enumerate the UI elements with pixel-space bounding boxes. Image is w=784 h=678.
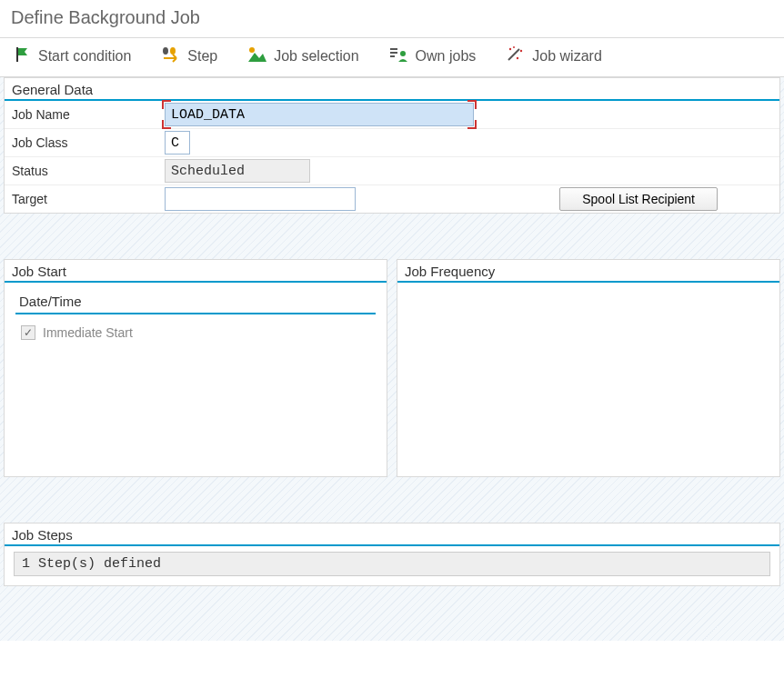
mountain-icon [246,45,266,67]
status-field [165,159,310,183]
flag-icon [13,45,31,67]
toolbar-label: Step [187,48,217,65]
spool-list-recipient-button[interactable]: Spool List Recipient [559,187,718,211]
target-input[interactable] [165,187,356,211]
toolbar-label: Own jobs [416,48,477,65]
field-label: Job Class [12,135,157,150]
svg-point-1 [163,47,168,55]
job-name-input[interactable] [165,103,474,126]
svg-point-10 [517,57,518,59]
subsection-title: Date/Time [10,288,381,313]
own-jobs-button[interactable]: Own jobs [388,45,477,67]
start-condition-button[interactable]: Start condition [13,45,131,67]
checkbox-label: Immediate Start [43,325,133,340]
toolbar-label: Start condition [38,48,131,65]
toolbar: Start condition Step Job selection Own j… [0,38,784,77]
svg-point-9 [509,48,511,50]
field-label: Status [12,164,157,178]
job-selection-button[interactable]: Job selection [246,45,358,67]
section-title: Job Frequency [397,260,779,283]
svg-rect-0 [16,47,18,62]
step-button[interactable]: Step [160,45,217,67]
job-wizard-button[interactable]: Job wizard [505,45,601,67]
checkmark-icon: ✓ [21,325,35,340]
svg-point-7 [400,51,406,56]
general-data-panel: General Data Job Name Job Class Status T… [4,77,780,214]
svg-rect-6 [390,55,395,57]
svg-rect-5 [390,52,397,54]
job-start-panel: Job Start Date/Time ✓ Immediate Start [4,259,387,477]
job-steps-panel: Job Steps 1 Step(s) defined [4,523,780,586]
field-label: Target [12,192,157,206]
person-list-icon [388,45,408,67]
steps-readout: 1 Step(s) defined [14,552,770,576]
svg-rect-4 [390,48,397,50]
section-title: General Data [5,78,779,101]
wand-icon [505,45,525,67]
footsteps-icon [160,45,180,67]
job-class-input[interactable] [165,131,190,155]
field-label: Job Name [12,107,157,122]
svg-point-3 [249,47,255,53]
section-title: Job Steps [5,523,779,546]
toolbar-label: Job selection [274,48,358,65]
svg-point-2 [170,47,176,55]
toolbar-label: Job wizard [532,48,601,65]
job-frequency-panel: Job Frequency [397,259,780,477]
svg-point-12 [513,46,515,48]
page-title: Define Background Job [0,0,784,38]
section-title: Job Start [5,260,387,283]
svg-point-11 [520,50,522,52]
